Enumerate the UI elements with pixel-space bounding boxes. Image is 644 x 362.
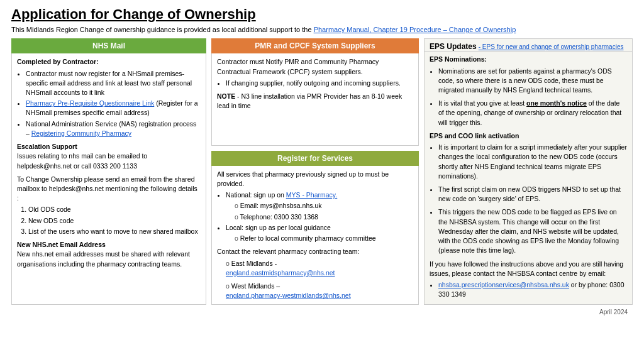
- prequal-link[interactable]: Pharmacy Pre-Requisite Questionnaire Lin…: [26, 99, 154, 107]
- east-midlands-label: East Midlands -: [231, 260, 277, 267]
- nhs-mail-bullet-list: Contractor must now register for a NHSma…: [26, 69, 201, 139]
- contact-list: East Midlands - england.eastmidspharmacy…: [226, 259, 413, 301]
- pmr-content: Contractor must Notify PMR and Community…: [211, 53, 419, 145]
- eps-coo-header: EPS and COO link activation: [430, 131, 627, 141]
- footer-date: April 2024: [11, 309, 633, 315]
- escalation-text: Issues relating to nhs mail can be email…: [17, 151, 201, 170]
- change-ownership-text: To Change Ownership please send an email…: [17, 175, 201, 204]
- pmr-header: PMR and CPCF System Suppliers: [211, 38, 419, 53]
- change-list-item-3: List of the users who want to move to ne…: [28, 227, 201, 236]
- eps-footer-list: nhsbsa.prescriptionservices@nhsbsa.nhs.u…: [438, 280, 627, 299]
- change-list-item-2: New ODS code: [28, 216, 201, 226]
- eps-header-box: EPS Updates - EPS for new and change of …: [424, 38, 633, 52]
- national-sub-1: Email: mys@nhsbsa.nhs.uk: [235, 201, 413, 211]
- intro-text-before-link: This Midlands Region Change of ownership…: [11, 26, 314, 33]
- contact-text: Contact the relevant pharmacy contractin…: [217, 247, 413, 256]
- eps-column: EPS Updates - EPS for new and change of …: [424, 38, 633, 305]
- eps-footer-text: If you have followed the instructions ab…: [430, 260, 627, 278]
- nhs-mail-header: NHS Mail: [11, 38, 206, 53]
- local-sub-1: Refer to local community pharmacy commit…: [235, 234, 413, 243]
- local-sub-list: Refer to local community pharmacy commit…: [235, 234, 413, 243]
- west-midlands-item: West Midlands – england.pharmacy-westmid…: [226, 282, 413, 300]
- eps-coo-bullet-1: It is important to claim for a script im…: [438, 143, 627, 181]
- west-midlands-email[interactable]: england.pharmacy-westmidlands@nhs.net: [226, 292, 351, 299]
- register-national: National: sign up on MYS - Pharmacy. Ema…: [226, 190, 413, 222]
- eps-header-title: EPS Updates: [430, 42, 477, 51]
- national-sub-list: Email: mys@nhsbsa.nhs.uk Telephone: 0300…: [235, 201, 413, 221]
- nhs-mail-bullet-2: Pharmacy Pre-Requisite Questionnaire Lin…: [26, 99, 201, 118]
- eps-coo-bullet-3: This triggers the new ODS code to be fla…: [438, 207, 627, 255]
- new-email-text: New nhs.net email addresses must be shar…: [17, 250, 201, 268]
- register-bullet-list: National: sign up on MYS - Pharmacy. Ema…: [226, 190, 413, 243]
- change-ownership-list: Old ODS code New ODS code List of the us…: [28, 205, 201, 236]
- east-midlands-item: East Midlands - england.eastmidspharmacy…: [226, 259, 413, 278]
- eps-nominations-header: EPS Nominations:: [430, 55, 627, 64]
- completed-by-label: Completed by Contractor:: [17, 57, 201, 67]
- eps-nom-bullet-1: Nominations are set for patients against…: [438, 67, 627, 96]
- escalation-header: Escalation Support: [17, 142, 201, 151]
- west-midlands-label: West Midlands –: [231, 282, 280, 290]
- national-sub-2: Telephone: 0300 330 1368: [235, 212, 413, 222]
- nhs-mail-bullet-1: Contractor must now register for a NHSma…: [26, 69, 201, 98]
- pmr-note: NOTE - N3 line installation via PMR Prov…: [217, 92, 413, 111]
- nhsbsa-email-link[interactable]: nhsbsa.prescriptionservices@nhsbsa.nhs.u…: [438, 281, 569, 288]
- eps-nom-bullet-2: It is vital that you give at least one m…: [438, 99, 627, 128]
- east-midlands-email[interactable]: england.eastmidspharmacy@nhs.net: [226, 269, 335, 277]
- pmr-bullet-1: If changing supplier, notify outgoing an…: [226, 79, 413, 88]
- new-email-header: New NHS.net Email Address: [17, 240, 201, 250]
- eps-header-sub: - EPS for new and change of ownership ph…: [479, 43, 624, 50]
- register-intro: All services that pharmacy previously si…: [217, 170, 413, 189]
- register-header: Register for Services: [211, 151, 419, 166]
- register-content: All services that pharmacy previously si…: [211, 166, 419, 305]
- pmr-bullet-list: If changing supplier, notify outgoing an…: [226, 79, 413, 88]
- register-local: Local: sign up as per local guidance Ref…: [226, 223, 413, 243]
- nhs-mail-column: NHS Mail Completed by Contractor: Contra…: [11, 38, 206, 305]
- pharmacy-manual-link[interactable]: Pharmacy Manual, Chapter 19 Procedure – …: [314, 26, 516, 33]
- intro-paragraph: This Midlands Region Change of ownership…: [11, 25, 633, 35]
- pmr-body-text: Contractor must Notify PMR and Community…: [217, 57, 413, 76]
- page-title: Application for Change of Ownership: [11, 6, 633, 23]
- change-list-item-1: Old ODS code: [28, 205, 201, 214]
- eps-coo-list: It is important to claim for a script im…: [438, 143, 627, 255]
- middle-column: PMR and CPCF System Suppliers Contractor…: [211, 38, 419, 305]
- main-grid: NHS Mail Completed by Contractor: Contra…: [11, 38, 633, 305]
- eps-nominations-list: Nominations are set for patients against…: [438, 67, 627, 128]
- nhs-mail-content: Completed by Contractor: Contractor must…: [11, 53, 206, 305]
- nhs-mail-bullet-3: National Administration Service (NAS) re…: [26, 119, 201, 138]
- mys-link[interactable]: MYS - Pharmacy.: [286, 191, 338, 199]
- eps-body: EPS Nominations: Nominations are set for…: [424, 52, 633, 305]
- eps-coo-bullet-2: The first script claim on new ODS trigge…: [438, 185, 627, 204]
- nas-link[interactable]: Registering Community Pharmacy: [31, 129, 131, 137]
- eps-footer-bullet: nhsbsa.prescriptionservices@nhsbsa.nhs.u…: [438, 280, 627, 299]
